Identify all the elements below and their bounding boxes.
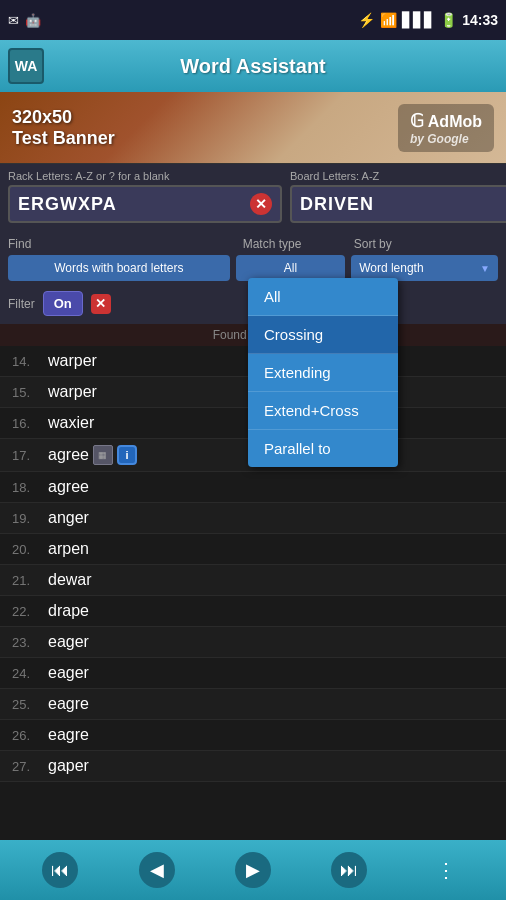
app-logo: WA xyxy=(8,48,44,84)
dropdown-item-parallel[interactable]: Parallel to xyxy=(248,430,398,467)
match-label: Match type xyxy=(243,237,346,251)
word-number: 17. xyxy=(12,448,40,463)
word-text: dewar xyxy=(48,571,92,589)
word-text: warper xyxy=(48,352,97,370)
word-text: gaper xyxy=(48,788,89,791)
filter-label: Filter xyxy=(8,297,35,311)
dropdown-item-all[interactable]: All xyxy=(248,278,398,316)
sort-dropdown-arrow: ▼ xyxy=(480,263,490,274)
sort-label: Sort by xyxy=(354,237,498,251)
word-number: 20. xyxy=(12,542,40,557)
word-number: 19. xyxy=(12,511,40,526)
skip-forward-button[interactable]: ⏭ xyxy=(331,852,367,888)
next-button[interactable]: ▶ xyxy=(235,852,271,888)
skip-back-icon: ⏮ xyxy=(51,860,69,881)
word-text: waxier xyxy=(48,414,94,432)
board-input-wrapper: ✕ xyxy=(290,185,506,223)
word-number: 28. xyxy=(12,790,40,792)
word-text: eager xyxy=(48,664,89,682)
word-item[interactable]: 22.drape xyxy=(0,596,506,627)
controls-labels: Find Match type Sort by xyxy=(8,237,498,251)
word-text: agree xyxy=(48,478,89,496)
word-item[interactable]: 27.gaper xyxy=(0,751,506,782)
admob-logo: 𝔾 AdMob by Google xyxy=(398,104,494,152)
board-label: Board Letters: A-Z xyxy=(290,170,506,182)
prev-button[interactable]: ◀ xyxy=(139,852,175,888)
word-item[interactable]: 26.eagre xyxy=(0,720,506,751)
signal-icon: ▋▋▋ xyxy=(402,12,435,28)
input-row: Rack Letters: A-Z or ? for a blank ✕ Boa… xyxy=(8,170,498,223)
word-text: agree xyxy=(48,446,89,464)
word-item[interactable]: 19.anger xyxy=(0,503,506,534)
word-number: 22. xyxy=(12,604,40,619)
word-text: arpen xyxy=(48,540,89,558)
rack-input-wrapper: ✕ xyxy=(8,185,282,223)
board-input[interactable] xyxy=(300,194,506,215)
word-text: eager xyxy=(48,633,89,651)
find-label: Find xyxy=(8,237,235,251)
filter-on-button[interactable]: On xyxy=(43,291,83,316)
dropdown-item-extend-cross[interactable]: Extend+Cross xyxy=(248,392,398,430)
word-info-icon[interactable]: i xyxy=(117,445,137,465)
next-icon: ▶ xyxy=(246,859,260,881)
skip-forward-icon: ⏭ xyxy=(340,860,358,881)
word-text: drape xyxy=(48,602,89,620)
bottom-bar: ⏮ ◀ ▶ ⏭ ⋮ xyxy=(0,840,506,900)
word-text: eagre xyxy=(48,726,89,744)
match-dropdown: All Crossing Extending Extend+Cross Para… xyxy=(248,278,398,467)
status-icons-left: ✉ 🤖 xyxy=(8,13,41,28)
word-number: 25. xyxy=(12,697,40,712)
filter-close-button[interactable]: ✕ xyxy=(91,294,111,314)
word-item[interactable]: 28.gaper xyxy=(0,782,506,791)
input-section: Rack Letters: A-Z or ? for a blank ✕ Boa… xyxy=(0,164,506,233)
word-number: 15. xyxy=(12,385,40,400)
bluetooth-icon: ⚡ xyxy=(358,12,375,28)
word-item[interactable]: 18.agree xyxy=(0,472,506,503)
ad-text: 320x50 Test Banner xyxy=(12,107,115,149)
dropdown-item-extending[interactable]: Extending xyxy=(248,354,398,392)
sort-value: Word length xyxy=(359,261,423,275)
word-number: 18. xyxy=(12,480,40,495)
more-button[interactable]: ⋮ xyxy=(428,854,464,886)
rack-input-group: Rack Letters: A-Z or ? for a blank ✕ xyxy=(8,170,282,223)
word-item[interactable]: 25.eagre xyxy=(0,689,506,720)
rack-input[interactable] xyxy=(18,194,250,215)
word-item[interactable]: 21.dewar xyxy=(0,565,506,596)
word-number: 24. xyxy=(12,666,40,681)
status-bar: ✉ 🤖 ⚡ 📶 ▋▋▋ 🔋 14:33 xyxy=(0,0,506,40)
word-number: 27. xyxy=(12,759,40,774)
word-text: eagre xyxy=(48,695,89,713)
word-text: gaper xyxy=(48,757,89,775)
skip-back-button[interactable]: ⏮ xyxy=(42,852,78,888)
app-title: Word Assistant xyxy=(180,55,326,78)
find-button[interactable]: Words with board letters xyxy=(8,255,230,281)
dropdown-item-crossing[interactable]: Crossing xyxy=(248,316,398,354)
prev-icon: ◀ xyxy=(150,859,164,881)
word-number: 21. xyxy=(12,573,40,588)
word-number: 23. xyxy=(12,635,40,650)
battery-icon: 🔋 xyxy=(440,12,457,28)
word-text: anger xyxy=(48,509,89,527)
board-input-group: Board Letters: A-Z ✕ xyxy=(290,170,506,223)
word-number: 14. xyxy=(12,354,40,369)
rack-label: Rack Letters: A-Z or ? for a blank xyxy=(8,170,282,182)
wifi-icon: 📶 xyxy=(380,12,397,28)
title-bar: WA Word Assistant xyxy=(0,40,506,92)
rack-clear-button[interactable]: ✕ xyxy=(250,193,272,215)
word-item[interactable]: 24.eager xyxy=(0,658,506,689)
ad-banner: 320x50 Test Banner 𝔾 AdMob by Google xyxy=(0,92,506,164)
status-icons-right: ⚡ 📶 ▋▋▋ 🔋 14:33 xyxy=(358,12,498,28)
word-number: 26. xyxy=(12,728,40,743)
word-number: 16. xyxy=(12,416,40,431)
word-text: warper xyxy=(48,383,97,401)
word-item[interactable]: 20.arpen xyxy=(0,534,506,565)
email-icon: ✉ xyxy=(8,13,19,28)
filter-x-icon: ✕ xyxy=(91,294,111,314)
word-item[interactable]: 23.eager xyxy=(0,627,506,658)
android-icon: 🤖 xyxy=(25,13,41,28)
word-board-icon: ▦ xyxy=(93,445,113,465)
clock: 14:33 xyxy=(462,12,498,28)
